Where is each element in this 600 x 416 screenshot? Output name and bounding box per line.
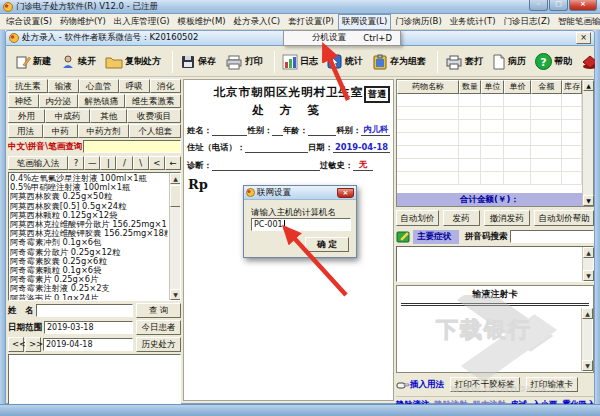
next-button[interactable]: >> (25, 337, 41, 352)
category-button-中成药[interactable]: 中成药 (45, 109, 90, 123)
date-from-input[interactable]: 2019-03-18 (44, 321, 133, 334)
column-header-药物名称[interactable]: 药物名称 (397, 80, 459, 94)
medicine-list-item[interactable]: 0.4%左氧氟沙星注射液 100ml×1瓶 (10, 174, 168, 183)
medicine-search-input[interactable] (83, 140, 181, 153)
symptom-textarea[interactable]: ▲ ▼ (396, 246, 594, 282)
category-button-用法[interactable]: 用法 (8, 124, 43, 138)
maximize-button[interactable]: □ (549, 0, 568, 11)
scroll-thumb[interactable] (170, 185, 181, 207)
category-button-输液[interactable]: 输液 (48, 79, 79, 93)
medicine-list-item[interactable]: 阿莫西林颗粒 0.125g×12袋 (10, 211, 168, 220)
category-button-中药[interactable]: 中药 (43, 124, 78, 138)
history-rx-button[interactable]: 历史处方 (136, 337, 181, 352)
toolbar-button-stats[interactable]: 统计 (327, 54, 363, 70)
patient-history-list[interactable] (8, 354, 181, 407)
dept-value[interactable]: 内儿科 (361, 124, 390, 136)
action-button-3[interactable]: 自动划价帮助 (534, 210, 594, 226)
prev-button[interactable]: << (8, 337, 24, 352)
table-row[interactable] (397, 120, 593, 133)
category-button-神经[interactable]: 神经 (8, 94, 39, 108)
scroll-down-icon[interactable]: ▼ (583, 270, 594, 281)
menu-item-fenji-shezhi[interactable]: 分机设置 (312, 32, 346, 44)
toolbar-button-record[interactable]: 病历 (492, 54, 526, 70)
column-header-金额[interactable]: 金额 (531, 80, 562, 94)
scroll-up-icon[interactable]: ▲ (170, 173, 181, 184)
table-row[interactable] (397, 159, 593, 172)
category-button-中药方剂[interactable]: 中药方剂 (78, 124, 130, 138)
print-infusion-card-button[interactable]: 打印输液卡 (526, 377, 579, 392)
toolbar-button-log[interactable]: 日志 (282, 54, 318, 70)
action-button-2[interactable]: 撤消发药 (484, 210, 531, 226)
stroke-key-2[interactable]: | (100, 156, 116, 170)
insert-usage-link[interactable]: 插入用法 (396, 379, 444, 391)
table-row[interactable] (397, 107, 593, 120)
medicine-list-item[interactable]: 阿奇霉素冲剂 0.1g×6包 (10, 238, 168, 247)
category-button-其他[interactable]: 其他 (90, 109, 127, 123)
ok-button[interactable]: 确 定 (305, 237, 349, 252)
main-symptom-tab[interactable]: 主要症状 (413, 230, 459, 244)
toolbar-button-save-group[interactable]: 存为组套 (372, 54, 426, 70)
minimize-button[interactable]: – (529, 0, 548, 11)
scroll-up-icon[interactable]: ▲ (582, 308, 593, 319)
medicine-list-scrollbar[interactable]: ▲ ▼ (169, 173, 180, 300)
scroll-down-icon[interactable]: ▼ (583, 195, 594, 206)
date-value[interactable]: 2019-04-18 (333, 142, 390, 153)
menu-item-3[interactable]: 模板维护(M) (174, 14, 230, 30)
toolbar-button-reopen[interactable]: 续开 (60, 54, 96, 70)
medicine-list-item[interactable]: 阿昔洛韦片 0.1g×24片 (10, 294, 168, 301)
inner-close-button[interactable]: × (576, 32, 591, 44)
pinyin-search-input[interactable] (510, 230, 595, 243)
allergy-value[interactable]: 无 (353, 159, 373, 171)
medicine-list-item[interactable]: 阿莫西林胶囊[0.5] 0.5g×24粒 (10, 202, 168, 211)
scroll-up-icon[interactable]: ▲ (583, 80, 594, 91)
host-name-input[interactable]: PC-001 (251, 218, 351, 231)
column-header-单价[interactable]: 单价 (504, 80, 531, 94)
toolbar-button-new[interactable]: 新建 (15, 54, 51, 70)
toolbar-button-copy-rx[interactable]: 复制处方 (105, 54, 161, 70)
category-button-呼吸[interactable]: 呼吸 (119, 79, 150, 93)
stroke-key-4[interactable]: \ (133, 156, 149, 170)
dialog-close-button[interactable]: × (337, 188, 354, 198)
scroll-down-icon[interactable]: ▼ (582, 360, 593, 371)
medicine-list-item[interactable]: 阿奇霉素胶囊 0.25g×6粒 (10, 257, 168, 266)
category-button-心血管[interactable]: 心血管 (79, 79, 119, 93)
scroll-down-icon[interactable]: ▼ (170, 289, 181, 300)
action-button-0[interactable]: 自动划价 (396, 210, 439, 226)
stroke-key-5[interactable]: < (149, 156, 165, 170)
print-sticker-button[interactable]: 打印不干胶标签 (450, 377, 520, 392)
toolbar-button-save[interactable]: 保存 (180, 54, 216, 70)
date-to-input[interactable]: 2019-04-18 (43, 338, 133, 351)
medicine-list-item[interactable]: 阿奇霉素片 0.25g×6片 (10, 275, 168, 284)
menu-item-1[interactable]: 药物维护(Y) (56, 14, 110, 30)
stroke-input-method-button[interactable]: 笔画输入法 (8, 156, 68, 170)
query-button[interactable]: 查 询 (136, 303, 181, 318)
table-row[interactable] (397, 146, 593, 159)
table-row[interactable] (397, 133, 593, 146)
table-row[interactable] (397, 94, 593, 107)
menu-item-6[interactable]: 联网设置(L) (338, 14, 391, 30)
menu-item-10[interactable]: 智能笔画输入法(S) (554, 14, 600, 30)
category-button-收费项目[interactable]: 收费项目 (127, 109, 181, 123)
menu-item-8[interactable]: 业务统计(T) (446, 14, 500, 30)
rx-type-badge[interactable]: 普通 (364, 86, 390, 103)
category-button-消化[interactable]: 消化 (150, 79, 181, 93)
category-button-外用[interactable]: 外用 (8, 109, 45, 123)
today-patients-button[interactable]: 今日患者 (136, 320, 181, 335)
menu-item-4[interactable]: 处方录入(C) (230, 14, 285, 30)
action-button-1[interactable]: 发药 (443, 210, 480, 226)
menu-item-0[interactable]: 综合设置(S) (2, 14, 56, 30)
toolbar-button-template-print[interactable]: 套打 (445, 54, 483, 70)
medicine-list-item[interactable]: 阿奇霉素分散片 0.25g×12粒 (10, 248, 168, 257)
category-button-抗生素[interactable]: 抗生素 (8, 79, 48, 93)
scroll-up-icon[interactable]: ▲ (583, 247, 594, 258)
infusion-card-area[interactable]: ▲ ▼ (398, 308, 592, 371)
menu-item-9[interactable]: 门诊日志(Z) (500, 14, 554, 30)
category-button-内分泌[interactable]: 内分泌 (39, 94, 78, 108)
category-button-解热镇痛[interactable]: 解热镇痛 (78, 94, 126, 108)
infusion-scrollbar[interactable]: ▲ ▼ (581, 308, 592, 371)
medicine-list-item[interactable]: 0.5%甲硝唑注射液 100ml×1瓶 (10, 183, 168, 192)
column-header-库存[interactable]: 库存 (562, 80, 582, 94)
category-button-维生素激素[interactable]: 维生素激素 (125, 94, 181, 108)
menu-item-7[interactable]: 门诊病历(B) (391, 14, 445, 30)
stroke-key-0[interactable]: ? (68, 156, 84, 170)
